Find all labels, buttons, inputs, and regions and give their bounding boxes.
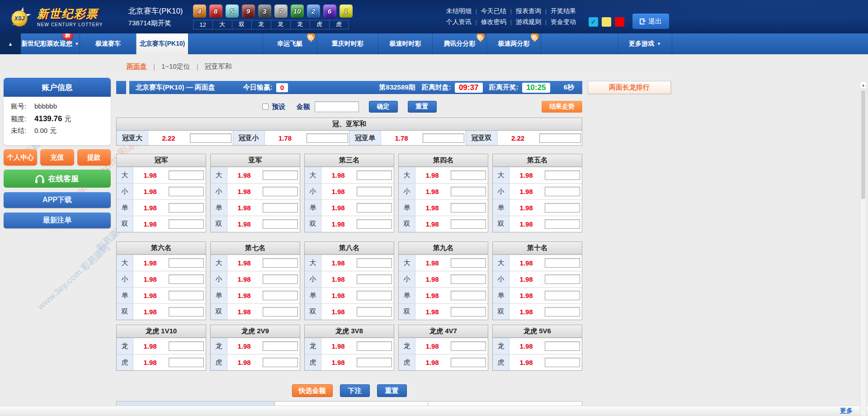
withdraw-button[interactable]: 提款	[77, 149, 111, 165]
nav-item-welcome[interactable]: 新世纪彩票欢迎您 ▼ 新	[21, 33, 80, 54]
bet-input[interactable]	[263, 291, 298, 300]
bet-input[interactable]	[169, 219, 204, 229]
nav-item-chongqing-ssc[interactable]: 重庆时时彩	[317, 33, 378, 54]
bet-input[interactable]	[357, 341, 392, 351]
star-logo-icon: ★ XSJ	[6, 3, 33, 31]
bet-input[interactable]	[190, 133, 231, 143]
bet-input[interactable]	[451, 170, 486, 180]
menu-change-password[interactable]: 修改密码	[481, 18, 506, 26]
bet-input[interactable]	[169, 187, 204, 196]
bet-input[interactable]	[451, 203, 486, 213]
bet-input[interactable]	[357, 274, 392, 284]
app-download-button[interactable]: APP下载	[4, 192, 111, 208]
amount-input[interactable]	[315, 101, 359, 112]
bet-input[interactable]	[263, 341, 298, 351]
menu-settled-today[interactable]: 今天已结	[481, 7, 506, 15]
result-trend-button[interactable]: 结果走势	[542, 101, 582, 113]
theme-swatch[interactable]	[602, 17, 611, 27]
theme-swatch[interactable]: ✓	[589, 17, 598, 27]
bet-input[interactable]	[357, 258, 392, 268]
bet-input[interactable]	[545, 274, 580, 284]
bet-input[interactable]	[451, 219, 486, 229]
bet-input[interactable]	[263, 274, 298, 284]
latest-orders-button[interactable]: 最新注单	[4, 213, 111, 228]
bet-input[interactable]	[307, 133, 348, 143]
place-bet-button[interactable]: 下注	[340, 384, 370, 397]
quick-amount-button[interactable]: 快选金额	[292, 384, 333, 397]
bet-input[interactable]	[451, 187, 486, 196]
bet-input[interactable]	[451, 358, 486, 367]
bet-input[interactable]	[357, 219, 392, 229]
tab-two-sides[interactable]: 两面盘	[127, 62, 147, 71]
bet-input[interactable]	[545, 307, 580, 317]
bet-input[interactable]	[545, 187, 580, 196]
bet-input[interactable]	[169, 341, 204, 351]
deposit-button[interactable]: 充值	[40, 149, 74, 165]
bet-input[interactable]	[263, 203, 298, 213]
two-sides-streak-ranking-button[interactable]: 两面长龙排行	[588, 81, 671, 94]
bet-input[interactable]	[545, 170, 580, 180]
bet-input[interactable]	[451, 274, 486, 284]
bet-input[interactable]	[169, 170, 204, 180]
bet-input[interactable]	[451, 291, 486, 300]
bet-input[interactable]	[263, 170, 298, 180]
page-scrollbar[interactable]: ▲	[860, 81, 867, 416]
nav-item-speed-racing[interactable]: 极速赛车	[80, 33, 136, 54]
nav-item-beijing-pk10[interactable]: 北京赛车(PK10)	[136, 33, 188, 54]
nav-item-more-games[interactable]: 更多游戏 ▼	[618, 33, 672, 54]
bet-input[interactable]	[545, 203, 580, 213]
menu-draw-results[interactable]: 开奖结果	[551, 7, 576, 15]
scrollbar-thumb[interactable]	[861, 90, 865, 199]
theme-swatch[interactable]	[615, 17, 624, 27]
bet-input[interactable]	[545, 291, 580, 300]
reset-button[interactable]: 重置	[408, 101, 437, 113]
preset-checkbox[interactable]	[262, 104, 269, 110]
bet-input[interactable]	[357, 203, 392, 213]
confirm-button[interactable]: 确定	[369, 101, 398, 113]
menu-report-query[interactable]: 报表查询	[516, 7, 541, 15]
nav-item-speed-ssc[interactable]: 极速时时彩	[378, 33, 432, 54]
bet-input[interactable]	[169, 291, 204, 300]
logout-button[interactable]: 退出	[632, 14, 669, 29]
bet-input[interactable]	[539, 133, 581, 143]
nav-item-speed-2min[interactable]: 极速两分彩 热	[486, 33, 541, 54]
bet-input[interactable]	[545, 258, 580, 268]
bet-input[interactable]	[357, 187, 392, 196]
bet-input[interactable]	[263, 187, 298, 196]
menu-fund-changes[interactable]: 资金变动	[551, 18, 576, 26]
bet-input[interactable]	[169, 203, 204, 213]
menu-personal-info[interactable]: 个人资讯	[446, 18, 472, 26]
bet-input[interactable]	[357, 358, 392, 367]
tab-1-10-position[interactable]: 1~10定位	[161, 62, 190, 71]
bet-input[interactable]	[169, 358, 204, 367]
bet-input[interactable]	[169, 274, 204, 284]
bet-input[interactable]	[451, 307, 486, 317]
bet-input[interactable]	[451, 341, 486, 351]
bet-input[interactable]	[357, 291, 392, 300]
bet-input[interactable]	[545, 341, 580, 351]
tab-champion-sum[interactable]: 冠亚军和	[205, 62, 232, 71]
bet-input[interactable]	[357, 307, 392, 317]
bet-input[interactable]	[423, 133, 464, 143]
bet-input[interactable]	[169, 258, 204, 268]
bet-input[interactable]	[545, 358, 580, 367]
nav-item-tencent-ffc[interactable]: 腾讯分分彩 热	[432, 33, 486, 54]
menu-game-rules[interactable]: 游戏规则	[516, 18, 541, 26]
menu-unsettled-detail[interactable]: 未结明细	[446, 7, 472, 15]
bet-input[interactable]	[263, 307, 298, 317]
bet-input[interactable]	[263, 358, 298, 367]
reset-bets-button[interactable]: 重置	[377, 384, 407, 397]
nav-item-lucky-airship[interactable]: 幸运飞艇 热	[263, 33, 317, 54]
bet-input[interactable]	[451, 258, 486, 268]
bet-input[interactable]	[545, 219, 580, 229]
bet-input[interactable]	[169, 307, 204, 317]
bet-input[interactable]	[263, 258, 298, 268]
online-service-button[interactable]: 在线客服	[4, 170, 111, 188]
nav-collapse-button[interactable]: ▲	[0, 33, 21, 54]
personal-center-button[interactable]: 个人中心	[4, 149, 37, 165]
bet-input[interactable]	[263, 219, 298, 229]
more-link[interactable]: 更多	[840, 407, 853, 415]
site-logo[interactable]: ★ XSJ 新世纪彩票 NEW CENTURY LOTTERY	[6, 3, 103, 31]
scrollbar-up-button[interactable]: ▲	[860, 82, 866, 89]
bet-input[interactable]	[357, 170, 392, 180]
